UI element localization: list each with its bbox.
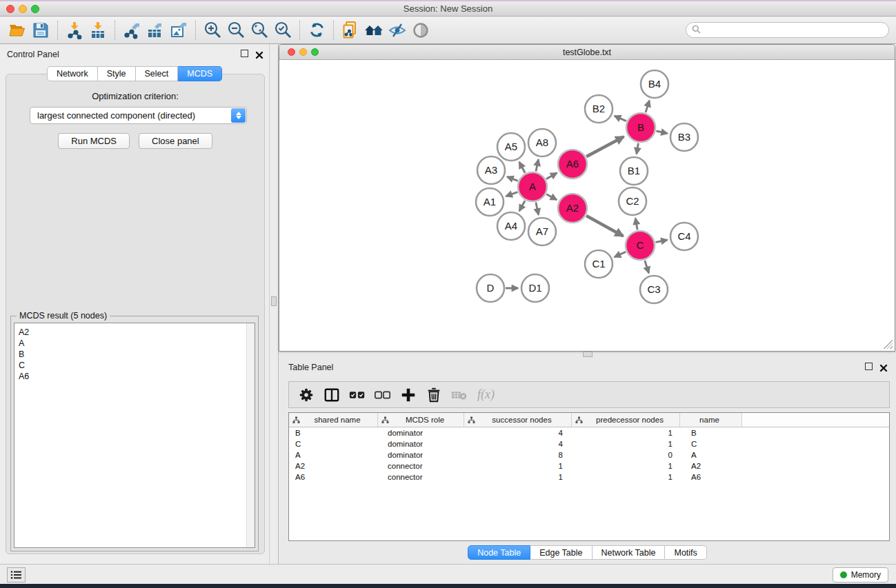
graph-node-B2[interactable]: B2 <box>585 95 613 123</box>
show-columns-icon[interactable] <box>321 385 342 405</box>
close-panel-button[interactable]: Close panel <box>139 133 212 149</box>
graph-node-A3[interactable]: A3 <box>477 156 505 184</box>
result-item[interactable]: A6 <box>14 371 255 382</box>
graph-node-C4[interactable]: C4 <box>670 223 698 250</box>
graph-edge-A6-B[interactable] <box>586 136 624 156</box>
import-table-icon[interactable] <box>86 20 110 41</box>
open-file-icon[interactable] <box>6 20 29 41</box>
result-item[interactable]: B <box>14 349 255 360</box>
tab-network[interactable]: Network <box>47 66 98 81</box>
graph-node-A8[interactable]: A8 <box>528 129 556 156</box>
table-row[interactable]: Bdominator41B <box>289 427 889 438</box>
column-header-predecessor-nodes[interactable]: predecessor nodes <box>572 413 680 427</box>
result-scrollbar[interactable] <box>246 323 255 547</box>
graph-edge-B-B3[interactable] <box>656 131 667 134</box>
graph-edge-C-C4[interactable] <box>656 240 668 242</box>
refresh-icon[interactable] <box>305 20 328 41</box>
graph-edge-C-C2[interactable] <box>635 219 637 230</box>
graph-edge-A-A3[interactable] <box>507 176 517 181</box>
tab-network-table[interactable]: Network Table <box>593 545 666 560</box>
birdseye-view-icon[interactable] <box>409 20 432 41</box>
column-header-name[interactable]: name <box>680 413 742 427</box>
deselect-all-icon[interactable] <box>372 385 393 405</box>
graph-node-A[interactable]: A <box>518 172 547 201</box>
tab-motifs[interactable]: Motifs <box>665 545 706 560</box>
close-panel-icon[interactable] <box>255 50 263 62</box>
graph-node-C[interactable]: C <box>626 231 655 260</box>
table-row[interactable]: Adominator80A <box>289 449 889 460</box>
graph-edge-A-A6[interactable] <box>546 173 557 179</box>
export-table-icon[interactable] <box>143 20 167 41</box>
graph-node-A7[interactable]: A7 <box>528 218 556 245</box>
graph-node-D1[interactable]: D1 <box>521 274 549 302</box>
optimization-criterion-select[interactable]: largest connected component (directed) <box>30 107 247 124</box>
result-item[interactable]: A2 <box>14 327 255 338</box>
graph-edge-A2-C[interactable] <box>586 216 623 236</box>
table-row[interactable]: A2connector11A2 <box>289 460 889 472</box>
graph-node-D[interactable]: D <box>477 274 504 302</box>
window-resize-grip[interactable] <box>884 340 893 349</box>
select-all-icon[interactable] <box>347 385 368 405</box>
search-box[interactable] <box>686 22 889 38</box>
network-canvas[interactable]: B4B2BB3A8A5A6A3B1AC2A1A2A4A7C4CC1DD1C3 <box>280 60 894 350</box>
table-row[interactable]: A6connector11A6 <box>289 472 889 483</box>
column-header-MCDS-role[interactable]: MCDS role <box>378 413 464 427</box>
duplicate-network-icon[interactable] <box>339 20 362 41</box>
zoom-selected-icon[interactable] <box>271 20 295 41</box>
graph-node-A5[interactable]: A5 <box>497 133 525 161</box>
add-column-icon[interactable] <box>398 385 419 405</box>
graph-node-B[interactable]: B <box>626 113 655 142</box>
save-session-icon[interactable] <box>29 20 52 41</box>
graph-edge-A-A8[interactable] <box>536 159 539 171</box>
tab-node-table[interactable]: Node Table <box>468 545 530 560</box>
graph-edge-B-B4[interactable] <box>646 101 649 112</box>
tab-mcds[interactable]: MCDS <box>178 66 222 81</box>
graph-node-B4[interactable]: B4 <box>641 70 668 98</box>
mcds-result-list[interactable]: A2ABCA6 <box>14 323 255 548</box>
main-titlebar[interactable]: Session: New Session <box>0 1 896 17</box>
graph-edge-C-C1[interactable] <box>615 252 626 256</box>
graph-node-C3[interactable]: C3 <box>640 276 668 303</box>
graph-edge-A-A1[interactable] <box>506 192 518 196</box>
memory-button[interactable]: Memory <box>833 567 888 582</box>
close-table-panel-icon[interactable] <box>879 363 888 375</box>
graph-node-C1[interactable]: C1 <box>585 250 613 278</box>
tab-select[interactable]: Select <box>136 66 179 81</box>
result-item[interactable]: A <box>14 338 255 349</box>
network-window-titlebar[interactable]: testGlobe.txt <box>279 45 895 60</box>
float-panel-icon[interactable] <box>241 50 248 57</box>
graph-edge-B-B1[interactable] <box>637 143 638 154</box>
tab-edge-table[interactable]: Edge Table <box>530 545 592 560</box>
graph-edge-A-A7[interactable] <box>536 202 539 214</box>
hide-graphics-details-icon[interactable] <box>386 20 409 41</box>
zoom-fit-icon[interactable] <box>248 20 271 41</box>
graph-edge-B-B2[interactable] <box>615 116 626 121</box>
graph-node-A1[interactable]: A1 <box>476 188 504 216</box>
tab-style[interactable]: Style <box>98 66 136 81</box>
column-header-successor-nodes[interactable]: successor nodes <box>464 413 572 427</box>
splitter-handle[interactable] <box>271 296 277 306</box>
result-item[interactable]: C <box>14 360 255 371</box>
graph-edge-A-A5[interactable] <box>519 162 525 173</box>
graph-edge-A-A4[interactable] <box>519 201 525 211</box>
graph-node-B3[interactable]: B3 <box>670 123 698 151</box>
export-image-icon[interactable] <box>167 20 190 41</box>
float-table-panel-icon[interactable] <box>865 363 873 370</box>
graph-edge-C-C3[interactable] <box>645 261 649 273</box>
search-input[interactable] <box>701 23 888 37</box>
run-mcds-button[interactable]: Run MCDS <box>58 133 130 149</box>
graph-node-C2[interactable]: C2 <box>619 187 646 215</box>
zoom-out-icon[interactable] <box>224 20 248 41</box>
horizontal-splitter-handle[interactable] <box>583 352 593 357</box>
first-neighbors-icon[interactable] <box>362 20 386 41</box>
import-network-icon[interactable] <box>63 20 86 41</box>
graph-node-A2[interactable]: A2 <box>558 194 587 223</box>
task-history-button[interactable] <box>7 567 26 582</box>
column-header-shared-name[interactable]: shared name <box>289 413 378 427</box>
table-options-icon[interactable] <box>296 385 317 405</box>
zoom-in-icon[interactable] <box>201 20 224 41</box>
export-network-icon[interactable] <box>120 20 143 41</box>
graph-node-A4[interactable]: A4 <box>497 212 525 240</box>
graph-node-A6[interactable]: A6 <box>558 150 587 179</box>
table-row[interactable]: Cdominator41C <box>289 438 889 449</box>
